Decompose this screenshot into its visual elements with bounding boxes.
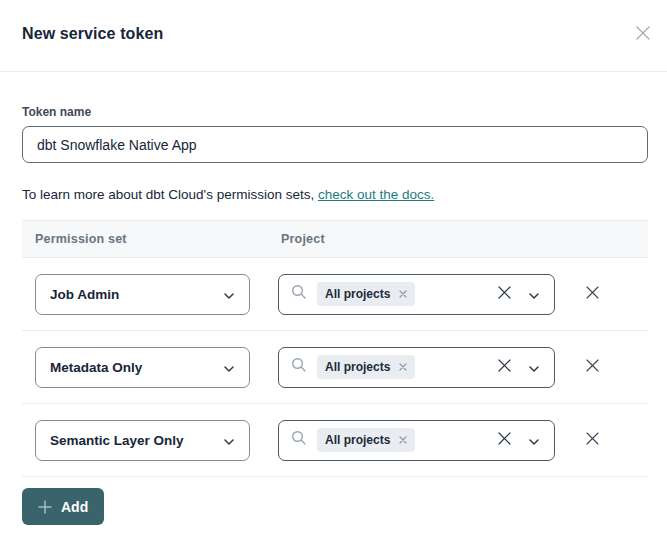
chip-remove-icon[interactable] [399,363,407,371]
docs-link[interactable]: check out the docs. [318,187,434,202]
permission-set-header: Permission set [35,232,281,246]
modal-header: New service token [0,0,667,72]
plus-icon [38,500,52,514]
chevron-down-icon [224,285,234,303]
close-icon [634,24,652,45]
permission-set-value: Semantic Layer Only [50,433,184,448]
close-button[interactable] [631,22,655,46]
table-header-row: Permission set Project [22,220,648,258]
clear-selection-button[interactable] [497,285,512,303]
permission-set-select[interactable]: Semantic Layer Only [35,420,250,461]
permission-set-select[interactable]: Job Admin [35,274,250,315]
remove-row-icon [585,431,600,449]
project-chip-label: All projects [325,287,390,301]
remove-row-icon [585,285,600,303]
chevron-down-icon [224,431,234,449]
chevron-down-icon[interactable] [529,431,539,449]
permission-info-text: To learn more about dbt Cloud's permissi… [22,187,648,202]
permission-table: Permission set Project Job Admin All pro… [22,220,648,477]
remove-row-button[interactable] [578,426,606,454]
project-multiselect[interactable]: All projects [278,420,555,461]
remove-row-icon [585,358,600,376]
token-name-input[interactable] [22,126,648,163]
clear-x-icon [497,358,512,376]
project-chip-label: All projects [325,433,390,447]
project-multiselect[interactable]: All projects [278,274,555,315]
modal-body: Token name To learn more about dbt Cloud… [0,105,667,525]
chevron-down-icon[interactable] [529,285,539,303]
clear-x-icon [497,285,512,303]
project-chip: All projects [317,428,415,452]
add-button-label: Add [61,499,88,515]
table-row: Metadata Only All projects [22,331,648,404]
chip-remove-icon[interactable] [399,436,407,444]
info-text: To learn more about dbt Cloud's permissi… [22,187,318,202]
table-row: Semantic Layer Only All projects [22,404,648,477]
clear-selection-button[interactable] [497,358,512,376]
clear-x-icon [497,431,512,449]
chevron-down-icon[interactable] [529,358,539,376]
remove-row-button[interactable] [578,353,606,381]
project-header: Project [281,232,325,246]
project-chip-label: All projects [325,360,390,374]
page-title: New service token [22,25,645,43]
remove-row-button[interactable] [578,280,606,308]
permission-set-value: Job Admin [50,287,119,302]
chip-remove-icon[interactable] [399,290,407,298]
search-icon [291,357,307,377]
permission-set-value: Metadata Only [50,360,142,375]
search-icon [291,430,307,450]
project-multiselect[interactable]: All projects [278,347,555,388]
project-chip: All projects [317,355,415,379]
token-name-label: Token name [22,105,648,119]
add-button[interactable]: Add [22,488,104,525]
search-icon [291,284,307,304]
table-row: Job Admin All projects [22,258,648,331]
permission-set-select[interactable]: Metadata Only [35,347,250,388]
chevron-down-icon [224,358,234,376]
clear-selection-button[interactable] [497,431,512,449]
project-chip: All projects [317,282,415,306]
